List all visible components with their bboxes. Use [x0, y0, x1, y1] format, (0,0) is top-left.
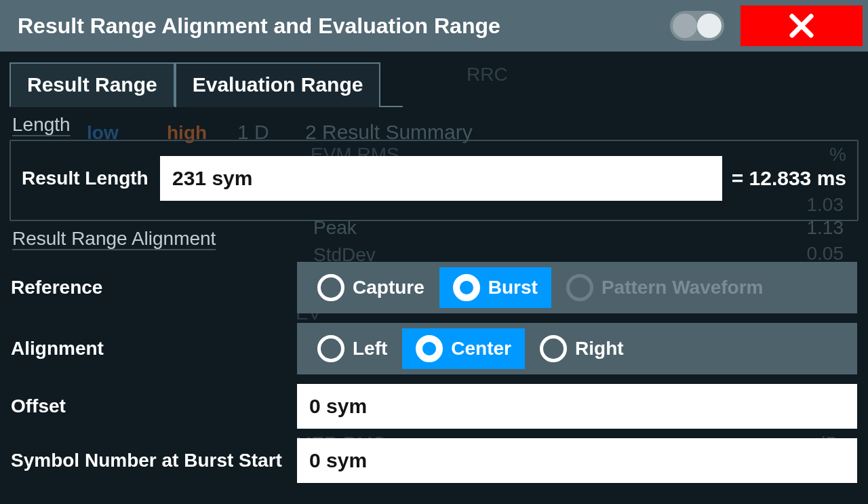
alignment-radio-group: Left Center Right: [297, 323, 857, 374]
result-length-input[interactable]: [160, 156, 722, 201]
reference-option-burst[interactable]: Burst: [439, 267, 551, 308]
alignment-label: Alignment: [11, 338, 288, 360]
close-button[interactable]: [741, 5, 863, 46]
radio-icon: [540, 335, 567, 362]
close-icon: [788, 12, 815, 39]
reference-option-pattern: Pattern Waveform: [553, 267, 777, 308]
tab-evaluation-range[interactable]: Evaluation Range: [175, 62, 381, 107]
offset-input[interactable]: [297, 384, 857, 429]
dialog-window: RRC low high 1 D 2 Result Summary EVM RM…: [0, 0, 868, 504]
symbol-number-input[interactable]: [297, 438, 857, 483]
section-alignment-label: Result Range Alignment: [12, 228, 859, 250]
option-label: Burst: [488, 277, 538, 298]
option-label: Pattern Waveform: [601, 277, 764, 298]
reference-radio-group: Capture Burst Pattern Waveform: [297, 262, 857, 313]
toggle-knob-right: [697, 14, 722, 38]
group-alignment: Reference Capture Burst Pattern Waveform: [9, 254, 859, 495]
reference-label: Reference: [11, 277, 288, 298]
toggle-knob-left: [673, 14, 697, 38]
dialog-title: Result Range Alignment and Evaluation Ra…: [18, 14, 500, 39]
row-offset: Offset: [11, 384, 857, 429]
result-length-label: Result Length: [22, 168, 151, 189]
radio-icon: [416, 335, 443, 362]
alignment-option-right[interactable]: Right: [526, 328, 637, 369]
option-label: Capture: [353, 277, 425, 298]
row-symbol-number: Symbol Number at Burst Start: [11, 438, 857, 483]
group-length: Result Length = 12.833 ms: [9, 140, 859, 221]
alignment-option-left[interactable]: Left: [304, 328, 401, 369]
dialog-content: Result Range Evaluation Range Length Res…: [0, 52, 868, 504]
reference-option-capture[interactable]: Capture: [304, 267, 438, 308]
tab-bar: Result Range Evaluation Range: [9, 61, 403, 107]
option-label: Left: [353, 338, 387, 360]
symbol-number-label: Symbol Number at Burst Start: [11, 450, 288, 471]
title-bar: Result Range Alignment and Evaluation Ra…: [0, 0, 868, 52]
title-actions: [670, 5, 863, 46]
row-alignment: Alignment Left Center Right: [11, 323, 857, 374]
radio-icon: [317, 335, 344, 362]
option-label: Center: [451, 338, 511, 360]
row-result-length: Result Length = 12.833 ms: [22, 156, 846, 201]
radio-icon: [317, 274, 344, 301]
tab-result-range[interactable]: Result Range: [9, 62, 175, 107]
option-label: Right: [575, 338, 624, 360]
section-length-label: Length: [12, 114, 859, 136]
row-reference: Reference Capture Burst Pattern Waveform: [11, 262, 857, 313]
offset-label: Offset: [11, 395, 288, 417]
help-toggle[interactable]: [670, 11, 724, 41]
radio-icon: [453, 274, 480, 301]
result-length-equiv: = 12.833 ms: [732, 167, 846, 190]
radio-icon: [566, 274, 593, 301]
alignment-option-center[interactable]: Center: [402, 328, 525, 369]
